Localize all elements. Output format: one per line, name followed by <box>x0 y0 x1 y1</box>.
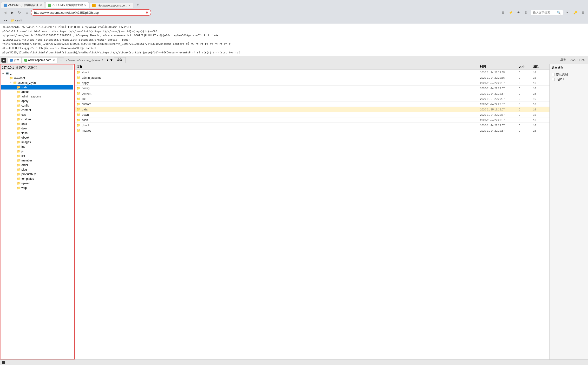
tree-folder-icon-plug: 📁 <box>17 168 21 171</box>
file-row[interactable]: 📁 down 2020-11-24 22:29:57 0 16 <box>75 112 549 117</box>
tree-item-config[interactable]: 📁 config <box>1 103 73 108</box>
bookmark-arrow[interactable]: »▾ <box>2 18 9 23</box>
checkbox-type1[interactable] <box>552 78 555 81</box>
file-name: custom <box>82 102 480 106</box>
file-folder-icon: 📁 <box>77 86 80 90</box>
file-row[interactable]: 📁 flash 2020-11-24 22:29:57 0 16 <box>75 117 549 123</box>
tree-item-js[interactable]: 📁 js <box>1 149 73 153</box>
tree-item-web[interactable]: − 📂 web <box>1 85 73 90</box>
file-time: 2020-11-24 22:29:57 <box>480 92 519 95</box>
tree-item-images[interactable]: 📁 images <box>1 140 73 144</box>
search-icon: 🔍 <box>557 11 561 14</box>
ftp-tab-site-close[interactable]: ✕ <box>53 59 55 62</box>
back-button[interactable]: ◀ <box>2 9 8 16</box>
tree-item-inc[interactable]: 📁 inc <box>1 144 73 149</box>
address-bar: ◀ ▶ ↻ ⌂ http://www.aspcms.com/data/%235D… <box>0 8 588 17</box>
file-row[interactable]: 📁 data 2020-11-25 16:16:07 0 16 <box>75 107 549 112</box>
file-name: down <box>82 113 480 116</box>
tree-item-aspcms[interactable]: − 📁 aspcms_zlytin <box>1 80 73 85</box>
ftp-path-up-icon[interactable]: ▲ <box>106 58 109 62</box>
tree-item-down[interactable]: 📁 down <box>1 126 73 131</box>
grid-icon[interactable]: ⊞ <box>500 9 506 16</box>
file-name: gbook <box>82 124 480 127</box>
tree-toggle-aspcms[interactable]: − <box>9 81 12 84</box>
ftp-add-tab-button[interactable]: ＋ <box>58 57 64 63</box>
file-time: 2020-11-24 22:29:57 <box>480 87 519 90</box>
sidebar-item-default-type[interactable]: 默认类别 <box>552 72 586 77</box>
home-button[interactable]: ⌂ <box>24 9 30 16</box>
tree-item-wap[interactable]: 📁 wap <box>1 185 73 190</box>
scissors-icon[interactable]: ✂ <box>564 9 571 16</box>
ftp-read-button[interactable]: 读取 <box>114 57 126 63</box>
url-box[interactable]: http://www.aspcms.com/data/%235Dp8Gh.asp <box>31 9 151 16</box>
tree-item-css[interactable]: 📁 css <box>1 112 73 117</box>
tree-item-order[interactable]: 📁 order <box>1 163 73 167</box>
refresh-button[interactable]: ↻ <box>16 9 23 16</box>
tab-1[interactable]: ASPCMS 开源网站管理 ✕ <box>1 2 45 8</box>
tab-1-favicon <box>4 4 7 7</box>
ftp-tab-home[interactable]: 首页 <box>8 57 22 63</box>
tree-toggle-c[interactable]: − <box>1 72 5 75</box>
forward-button[interactable]: ▶ <box>9 9 15 16</box>
bookmark-ceshi[interactable]: 📁 ceshi <box>9 18 24 23</box>
file-row[interactable]: 📁 images 2020-11-24 22:29:57 0 16 <box>75 128 549 133</box>
tree-item-content[interactable]: 📁 content <box>1 108 73 112</box>
file-attr: 16 <box>533 124 547 127</box>
file-time: 2020-11-24 22:29:56 <box>480 76 519 79</box>
file-folder-icon: 📁 <box>77 81 80 85</box>
expand-icon[interactable]: ⊞ <box>580 9 586 16</box>
tree-toggle-wwwroot[interactable]: − <box>5 77 9 80</box>
tree-item-c[interactable]: − 💻 c: <box>1 71 73 76</box>
tree-toggle-web[interactable]: − <box>13 86 16 89</box>
file-row[interactable]: 📁 admin_aspcms 2020-11-24 22:29:56 0 16 <box>75 75 549 80</box>
tree-item-wwwroot[interactable]: − 📁 wwwroot <box>1 76 73 80</box>
tree-item-upload[interactable]: 📁 upload <box>1 181 73 185</box>
tab-2-close[interactable]: ✕ <box>84 4 86 7</box>
tab-3[interactable]: http://www.aspcms.co... ✕ <box>90 3 133 8</box>
ftp-toolbar: ■ 首页 www.aspcms.com ✕ ＋ c:\wwwroot\aspcm… <box>0 56 588 64</box>
tab-2[interactable]: ASPCMS 开源网站管理 ✕ <box>45 2 89 8</box>
file-size: 0 <box>519 92 533 95</box>
tree-item-data[interactable]: 📁 data <box>1 121 73 126</box>
bookmark-folder-icon: 📁 <box>11 19 14 22</box>
file-row[interactable]: 📁 content 2020-11-24 22:29:57 0 16 <box>75 91 549 96</box>
file-time: 2020-11-24 22:29:57 <box>480 129 519 132</box>
file-row[interactable]: 📁 custom 2020-11-24 22:29:57 0 16 <box>75 101 549 107</box>
file-row[interactable]: 📁 css 2020-11-24 22:29:57 0 16 <box>75 96 549 101</box>
tree-item-apply[interactable]: 📁 apply <box>1 99 73 103</box>
tree-item-flash[interactable]: 📁 flash <box>1 131 73 135</box>
checkbox-default-type[interactable] <box>552 73 555 76</box>
search-box[interactable]: 🔍 <box>531 10 563 15</box>
ftp-tab-site[interactable]: www.aspcms.com ✕ <box>22 57 57 63</box>
file-folder-icon: 📁 <box>77 129 80 132</box>
tree-item-about[interactable]: 📁 about <box>1 90 73 94</box>
tree-folder-icon-web: 📂 <box>17 85 21 89</box>
tab-2-label: ASPCMS 开源网站管理 <box>52 3 83 7</box>
tree-folder-icon-apply: 📁 <box>17 99 21 103</box>
tree-folder-icon-aspcms: 📁 <box>13 81 17 84</box>
settings-icon[interactable]: ⚙ <box>523 9 529 16</box>
tree-item-gbook[interactable]: 📁 gbook <box>1 135 73 140</box>
tree-item-list[interactable]: 📁 list <box>1 153 73 158</box>
search-input[interactable] <box>533 11 557 14</box>
new-tab-button[interactable]: ＋ <box>134 1 142 8</box>
key-icon[interactable]: 🔑 <box>572 9 578 16</box>
file-row[interactable]: 📁 about 2020-11-24 22:29:55 0 16 <box>75 70 549 75</box>
file-row[interactable]: 📁 apply 2020-11-24 22:29:57 0 16 <box>75 80 549 86</box>
sidebar-item-type1[interactable]: Type1 <box>552 77 586 81</box>
tree-item-plug[interactable]: 📁 plug <box>1 167 73 172</box>
ftp-path-down-icon[interactable]: ▼ <box>110 58 113 62</box>
star-icon[interactable]: ★ <box>515 9 522 16</box>
file-size: 0 <box>519 81 533 84</box>
tree-item-custom[interactable]: 📁 custom <box>1 117 73 121</box>
tree-item-admin-aspcms[interactable]: 📁 admin_aspcms <box>1 94 73 99</box>
tab-3-close[interactable]: ✕ <box>128 4 131 7</box>
tree-item-productbuy[interactable]: 📁 productbuy <box>1 172 73 176</box>
lightning-icon[interactable]: ⚡ <box>508 9 514 16</box>
tree-item-member[interactable]: 📁 member <box>1 158 73 163</box>
file-row[interactable]: 📁 gbook 2020-11-24 22:29:57 0 16 <box>75 123 549 128</box>
file-attr: 16 <box>533 129 547 132</box>
tab-1-close[interactable]: ✕ <box>40 4 42 7</box>
file-row[interactable]: 📁 config 2020-11-24 22:29:57 0 16 <box>75 86 549 91</box>
tree-item-templates[interactable]: 📁 templates <box>1 176 73 181</box>
